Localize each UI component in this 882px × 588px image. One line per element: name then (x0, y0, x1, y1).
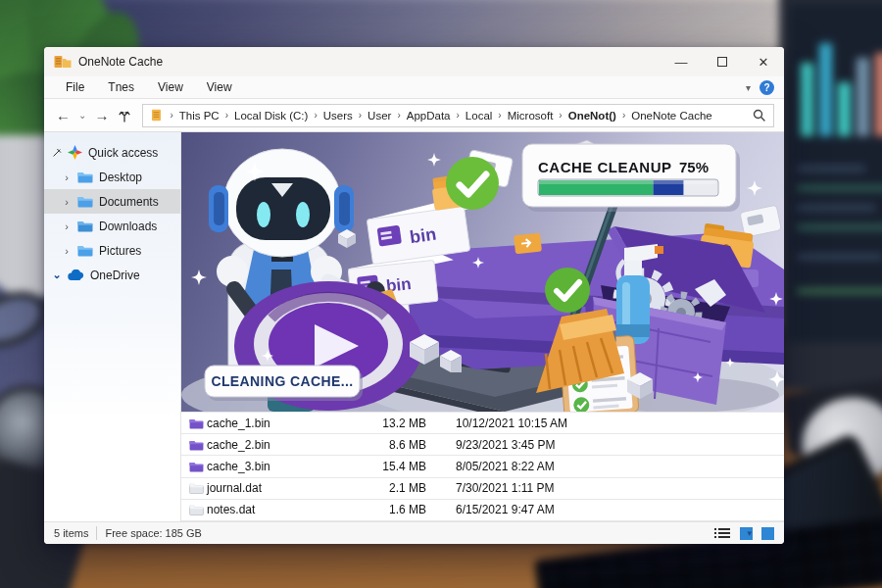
purple-folder-icon (189, 461, 204, 472)
breadcrumb-users[interactable]: Users (323, 110, 353, 122)
explorer-window: OneNote Cache — ✕ File Tnes View View ▾ … (44, 47, 784, 544)
file-date: 7/30/2021 1:11 PM (454, 481, 784, 495)
file-size: 15.4 MB (354, 460, 426, 473)
details-view-icon[interactable] (714, 527, 730, 539)
svg-text:bin: bin (409, 224, 438, 248)
back-button[interactable]: ← (54, 108, 73, 122)
sidebar-item-documents[interactable]: › Documents (44, 189, 180, 214)
cleanup-value: 75% (679, 159, 709, 175)
file-list: cache_1.bin 13.2 MB 10/12/2021 10:15 AM … (181, 412, 784, 521)
items-count: 5 items (54, 527, 88, 539)
cache-cleanup-illustration: bin bin (181, 132, 784, 412)
help-icon[interactable]: ? (760, 80, 774, 95)
address-bar[interactable]: › This PC › Local Disk (C:) › Users › Us… (142, 104, 774, 127)
menu-view[interactable]: View (146, 80, 195, 94)
sidebar-item-label: Documents (99, 195, 159, 209)
file-name: cache_2.bin (207, 438, 354, 452)
file-size: 13.2 MB (354, 416, 426, 430)
chevron-right-icon[interactable]: › (62, 196, 72, 208)
file-date: 8/05/2021 8:22 AM (454, 460, 784, 473)
purple-folder-icon (189, 439, 204, 451)
breadcrumb-user[interactable]: User (368, 110, 391, 122)
file-row[interactable]: notes.dat 1.6 MB 6/15/2021 9:47 AM (181, 500, 784, 521)
folder-icon (77, 220, 93, 232)
file-name: cache_1.bin (207, 416, 354, 430)
large-icons-view-icon[interactable] (761, 527, 774, 540)
gray-file-icon (189, 482, 204, 494)
window-title: OneNote Cache (78, 55, 163, 69)
titlebar[interactable]: OneNote Cache — ✕ (44, 47, 784, 76)
sidebar-item-label: Downloads (99, 220, 157, 233)
sidebar-item-onedrive[interactable]: ⌄ OneDrive (44, 263, 180, 287)
file-name: cache_3.bin (207, 460, 354, 473)
menubar: File Tnes View View ▾ ? (44, 76, 784, 99)
close-button[interactable]: ✕ (743, 47, 784, 76)
file-name: journal.dat (207, 481, 354, 495)
minimize-button[interactable]: — (661, 47, 702, 76)
history-caret-icon[interactable]: ⌄ (78, 110, 86, 121)
status-divider (96, 526, 97, 540)
breadcrumb-onenot[interactable]: OneNot() (568, 110, 616, 122)
sidebar-item-label: Pictures (99, 244, 141, 258)
folder-icon (77, 171, 93, 183)
search-icon[interactable] (753, 109, 765, 122)
menu-tnes[interactable]: Tnes (96, 80, 146, 94)
chevron-right-icon[interactable]: › (62, 245, 72, 257)
up-directory-icon[interactable] (117, 108, 132, 123)
file-date: 9/23/2021 3:45 PM (454, 438, 784, 452)
breadcrumb-microsoft[interactable]: Microsoft (508, 110, 554, 122)
chevron-right-icon[interactable]: › (62, 172, 72, 183)
view-caret-icon: ▾ (747, 528, 752, 538)
sidebar-item-quick-access[interactable]: Quick access (44, 140, 180, 165)
checkmark-icon (446, 157, 499, 210)
file-date: 6/15/2021 9:47 AM (454, 503, 784, 516)
address-folder-icon (151, 109, 164, 122)
file-name: notes.dat (207, 503, 354, 516)
sidebar-item-desktop[interactable]: › Desktop (44, 165, 180, 189)
sidebar: Quick access › Desktop › Doc (44, 132, 181, 521)
breadcrumb-separator: › (168, 110, 174, 121)
maximize-button[interactable] (702, 47, 743, 76)
desktop-scene: OneNote Cache — ✕ File Tnes View View ▾ … (0, 0, 882, 588)
checkmark-icon (545, 268, 590, 313)
cleaning-cache-pill: CLEANING CACHE... (205, 366, 363, 401)
folder-icon (77, 195, 93, 208)
status-bar: 5 items Free space: 185 GB ▾ (44, 521, 784, 544)
folder-icon (77, 244, 93, 257)
file-row[interactable]: cache_3.bin 15.4 MB 8/05/2021 8:22 AM (181, 456, 784, 477)
forward-button[interactable]: → (92, 108, 111, 122)
chevron-right-icon[interactable]: › (62, 220, 72, 232)
breadcrumb-this-pc[interactable]: This PC (179, 110, 220, 122)
pin-icon (52, 148, 62, 158)
orange-folder (514, 233, 542, 255)
file-date: 10/12/2021 10:15 AM (454, 416, 784, 430)
chevron-down-icon[interactable]: ⌄ (52, 269, 62, 281)
chevron-down-icon[interactable]: ▾ (746, 82, 751, 93)
background-monitor (779, 0, 882, 390)
maximize-icon (717, 57, 727, 67)
menu-view-2[interactable]: View (195, 80, 244, 94)
gray-file-icon (189, 504, 204, 515)
breadcrumb-local-disk[interactable]: Local Disk (C:) (234, 110, 308, 122)
sidebar-item-label: Desktop (99, 171, 142, 184)
breadcrumb-local[interactable]: Local (466, 110, 493, 122)
file-row[interactable]: journal.dat 2.1 MB 7/30/2021 1:11 PM (181, 478, 784, 500)
illustration-canvas: bin bin (181, 132, 784, 412)
file-size: 8.6 MB (354, 438, 426, 452)
breadcrumb-onenote-cache[interactable]: OneNote Cache (631, 110, 711, 122)
sidebar-item-pictures[interactable]: › Pictures (44, 238, 180, 263)
menu-file[interactable]: File (54, 80, 96, 94)
breadcrumb-appdata[interactable]: AppData (407, 110, 451, 122)
progress-highlight (539, 180, 715, 184)
window-folder-icon (54, 55, 72, 69)
file-row[interactable]: cache_2.bin 8.6 MB 9/23/2021 3:45 PM (181, 434, 784, 456)
sidebar-item-label: OneDrive (90, 269, 140, 282)
cleaning-cache-label: CLEANING CACHE... (211, 373, 353, 389)
cleanup-label: CACHE CLEANUP (538, 159, 672, 175)
quick-access-icon (68, 145, 82, 160)
onedrive-cloud-icon (68, 270, 84, 281)
sidebar-item-downloads[interactable]: › Downloads (44, 214, 180, 238)
file-row[interactable]: cache_1.bin 13.2 MB 10/12/2021 10:15 AM (181, 412, 784, 434)
cache-cube (338, 229, 356, 248)
cache-cleanup-panel: CACHE CLEANUP 75% (522, 144, 740, 212)
